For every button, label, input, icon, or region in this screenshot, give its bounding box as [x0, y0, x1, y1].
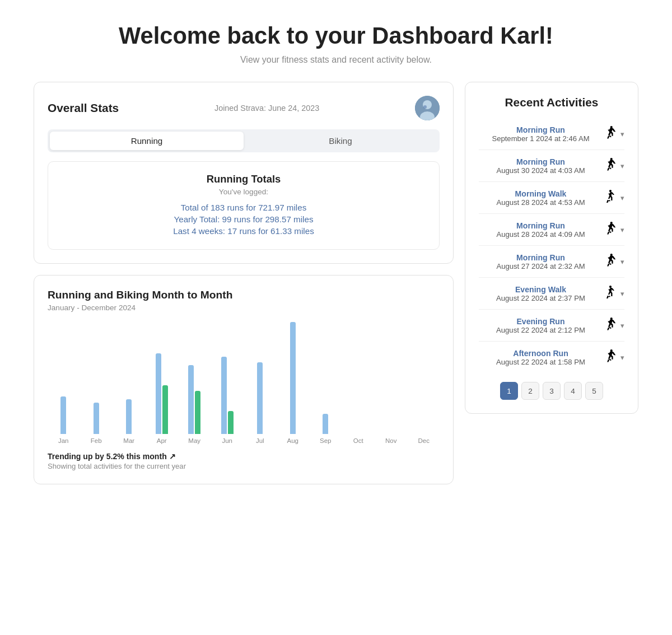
chevron-down-icon[interactable]: ▾: [620, 290, 624, 298]
tab-biking[interactable]: Biking: [244, 132, 437, 150]
chevron-down-icon[interactable]: ▾: [620, 353, 624, 362]
chevron-down-icon[interactable]: ▾: [620, 226, 624, 234]
page-btn-4[interactable]: 4: [564, 382, 582, 400]
bar-label-jan: Jan: [58, 437, 69, 444]
activity-run-icon: [603, 221, 618, 239]
bar-pair: [408, 433, 440, 434]
bar-pair: [277, 322, 309, 434]
bar-pair: [212, 357, 244, 434]
page-btn-3[interactable]: 3: [543, 382, 561, 400]
bar-group-jul: Jul: [244, 362, 276, 444]
stat-line-1: Total of 183 runs for 721.97 miles: [59, 203, 428, 212]
activity-text: Morning Run August 30 2024 at 4:03 AM: [479, 157, 603, 175]
avatar: [415, 96, 440, 120]
bar-pair: [375, 433, 407, 434]
activity-icon-area: ▾: [603, 189, 624, 207]
logged-label: You've logged:: [59, 188, 428, 196]
tab-bar: Running Biking: [48, 129, 440, 152]
activity-icon-area: ▾: [603, 316, 624, 334]
activity-text: Morning Walk August 28 2024 at 4:53 AM: [479, 189, 603, 207]
bar-green-may: [195, 391, 200, 434]
activity-name: Morning Run: [479, 125, 603, 134]
activity-run-icon: [603, 348, 618, 366]
pagination: 12345: [479, 382, 624, 400]
stats-title: Overall Stats: [48, 101, 119, 115]
activity-text: Morning Run September 1 2024 at 2:46 AM: [479, 125, 603, 143]
chart-card: Running and Biking Month to Month Januar…: [34, 275, 454, 484]
bar-blue-mar: [126, 399, 132, 434]
bar-pair: [113, 399, 145, 434]
svg-point-6: [609, 190, 612, 192]
bar-group-dec: Dec: [408, 433, 440, 444]
main-layout: Overall Stats Joined Strava: June 24, 20…: [0, 76, 672, 507]
activity-item[interactable]: Morning Run August 27 2024 at 2:32 AM ▾: [479, 246, 624, 278]
bar-label-jul: Jul: [256, 437, 264, 444]
chart-note: Showing total activities for the current…: [48, 462, 440, 470]
activity-text: Morning Run August 27 2024 at 2:32 AM: [479, 253, 603, 270]
activity-text: Evening Run August 22 2024 at 2:12 PM: [479, 317, 603, 334]
chevron-down-icon[interactable]: ▾: [620, 258, 624, 266]
activity-date: August 27 2024 at 2:32 AM: [479, 262, 603, 270]
bar-group-feb: Feb: [81, 403, 113, 444]
bar-blue-jul: [257, 362, 263, 434]
bar-group-oct: Oct: [343, 433, 375, 444]
activity-run-icon: [603, 284, 618, 302]
trending-line: Trending up by 5.2% this month ↗: [48, 452, 440, 461]
activity-icon-area: ▾: [603, 221, 624, 239]
bar-pair: [81, 403, 113, 434]
activity-name: Morning Walk: [479, 189, 603, 198]
bar-label-oct: Oct: [353, 437, 363, 444]
activity-icon-area: ▾: [603, 253, 624, 270]
activity-name: Evening Run: [479, 317, 603, 326]
activity-run-icon: [603, 157, 618, 175]
chevron-down-icon[interactable]: ▾: [620, 321, 624, 330]
activity-run-icon: [603, 316, 618, 334]
bar-label-jun: Jun: [222, 437, 232, 444]
chevron-down-icon[interactable]: ▾: [620, 194, 624, 202]
activity-name: Morning Run: [479, 253, 603, 262]
activity-item[interactable]: Morning Run September 1 2024 at 2:46 AM …: [479, 118, 624, 150]
bar-pair: [146, 353, 178, 434]
activity-item[interactable]: Morning Run August 30 2024 at 4:03 AM ▾: [479, 150, 624, 182]
activity-text: Afternoon Run August 22 2024 at 1:58 PM: [479, 349, 603, 366]
page-btn-2[interactable]: 2: [521, 382, 539, 400]
chart-subtitle: January - December 2024: [48, 304, 440, 312]
activity-icon-area: ▾: [603, 284, 624, 302]
activity-date: August 28 2024 at 4:09 AM: [479, 230, 603, 239]
bar-pair: [48, 396, 80, 434]
activity-item[interactable]: Morning Run August 28 2024 at 4:09 AM ▾: [479, 214, 624, 246]
chevron-down-icon[interactable]: ▾: [620, 162, 624, 170]
bar-group-apr: Apr: [146, 353, 178, 444]
activity-item[interactable]: Evening Walk August 22 2024 at 2:37 PM ▾: [479, 278, 624, 310]
tab-running[interactable]: Running: [50, 132, 244, 150]
page-btn-1[interactable]: 1: [500, 382, 518, 400]
page-subtitle: View your fitness stats and recent activ…: [11, 55, 661, 65]
activity-date: August 22 2024 at 2:12 PM: [479, 326, 603, 334]
activities-list: Morning Run September 1 2024 at 2:46 AM …: [479, 118, 624, 373]
bar-group-jan: Jan: [48, 396, 80, 444]
bar-group-sep: Sep: [310, 414, 342, 444]
bar-blue-aug: [290, 322, 296, 434]
trending-arrow-icon: ↗: [169, 452, 176, 461]
totals-title: Running Totals: [59, 173, 428, 185]
activity-item[interactable]: Morning Walk August 28 2024 at 4:53 AM ▾: [479, 182, 624, 214]
bar-group-mar: Mar: [113, 399, 145, 444]
activity-item[interactable]: Afternoon Run August 22 2024 at 1:58 PM …: [479, 342, 624, 373]
chevron-down-icon[interactable]: ▾: [620, 130, 624, 138]
bar-pair: [310, 414, 342, 434]
activity-name: Morning Run: [479, 221, 603, 230]
page-btn-5[interactable]: 5: [585, 382, 603, 400]
page-wrapper: Welcome back to your Dashboard Karl! Vie…: [0, 0, 672, 507]
activity-date: August 22 2024 at 2:37 PM: [479, 294, 603, 302]
bar-label-may: May: [188, 437, 200, 444]
recent-activities-card: Recent Activities Morning Run September …: [465, 82, 638, 414]
activity-run-icon: [603, 125, 618, 143]
bar-blue-apr: [156, 353, 161, 434]
overall-stats-card: Overall Stats Joined Strava: June 24, 20…: [34, 82, 454, 264]
bar-green-apr: [162, 385, 168, 434]
activity-run-icon: [603, 189, 618, 207]
bar-label-sep: Sep: [320, 437, 332, 444]
bar-green-jun: [228, 411, 234, 434]
activity-icon-area: ▾: [603, 348, 624, 366]
activity-item[interactable]: Evening Run August 22 2024 at 2:12 PM ▾: [479, 310, 624, 342]
